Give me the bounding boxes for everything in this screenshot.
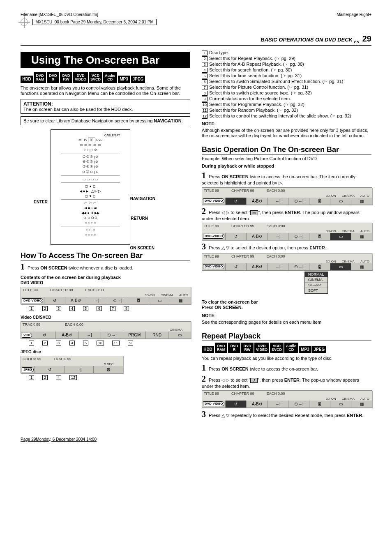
intro-text: The on-screen bar allows you to control … <box>21 85 190 97</box>
badge-jpeg: JPEG <box>312 346 327 353</box>
ref-item: 3Select this for A-B Repeat Playback. (☞… <box>202 62 371 67</box>
dropdown-option[interactable]: NORMAL <box>305 272 327 277</box>
legend-vcd: 1234510119 <box>29 341 190 345</box>
note1-text: Although examples of the on-screen bar a… <box>202 128 371 139</box>
picture-dropdown: NORMALCINEMASHARPSOFT <box>304 272 328 294</box>
badge-dvd-ram: DVDRAM <box>215 343 227 353</box>
legend-num: 10 <box>97 341 104 345</box>
page-title: Using The On-screen Bar <box>21 52 190 68</box>
ref-item: 2Select this for Repeat Playback. (☞ pg.… <box>202 56 371 61</box>
ref-item: 1Disc type. <box>202 50 371 55</box>
legend-num: 8 <box>124 306 129 311</box>
badge-dvd-video: DVDVIDEO <box>254 343 269 353</box>
legend-num: 2 <box>42 341 48 345</box>
basicop-during: During playback or while stopped <box>202 164 371 169</box>
osbar-rp: TITLE 99CHAPTER 99EACH 0:003D-ONCINEMAAU… <box>202 390 372 408</box>
osbar-jpeg: GROUP 99TRACK 995 SEC.JPEG↺→|🖼 <box>21 356 123 373</box>
legend-num: 1 <box>29 306 34 311</box>
badge-dvd-ram: DVDRAM <box>34 72 46 83</box>
repeat-icon: ↺ <box>250 378 258 383</box>
contents-title: Contents of the on-screen bar during pla… <box>21 275 190 280</box>
legend-num: 2 <box>42 306 48 311</box>
badge-audio-cd: AudioCD <box>284 343 298 353</box>
tip-pre: Be sure to clear Library Database Naviga… <box>23 118 154 123</box>
ref-item: 11Select this for Random Playback. (☞ pg… <box>202 108 371 113</box>
note2-title: NOTE: <box>202 313 371 318</box>
legend-num: 4 <box>69 341 75 345</box>
legend-num: 4 <box>69 306 75 311</box>
dropdown-option[interactable]: SOFT <box>305 288 327 293</box>
attention-box: ATTENTION: The on-screen bar can also be… <box>21 99 190 114</box>
note2-text: See the corresponding pages for details … <box>202 320 371 325</box>
remote-cable-label: CABLE/SAT <box>53 134 127 137</box>
basicop-title: Basic Operation On The On-screen Bar <box>202 145 371 154</box>
attention-title: ATTENTION: <box>23 101 187 107</box>
badge-jpeg: JPEG <box>131 76 145 83</box>
legend-num: 4 <box>56 375 61 380</box>
basicop-example: Example: When selecting Picture Control … <box>202 156 371 162</box>
jpeg-label: JPEG disc <box>21 350 190 354</box>
reference-list: 1Disc type.2Select this for Repeat Playb… <box>202 50 371 119</box>
repeat-badges: HDDDVDRAMDVDRDVDRWDVDVIDEOVCDSVCDAudioCD… <box>202 343 371 353</box>
legend-jpeg: 12412 <box>29 375 190 380</box>
repeat-title: Repeat Playback <box>202 332 371 341</box>
legend-num: 3 <box>56 341 61 345</box>
page-number: 29 <box>362 34 371 43</box>
crop-mark-icon <box>21 18 28 26</box>
howto-title: How To Access The On-screen Bar <box>21 251 190 260</box>
vcd-label: Video CD/SVCD <box>21 315 190 320</box>
ref-item: 12Select this to control the switching i… <box>202 113 371 119</box>
osbar-dvd: TITLE 99CHAPTER 99EACH 0:003D-ONCINEMAAU… <box>21 287 191 304</box>
ref-item: 7Select this for Picture Control functio… <box>202 85 371 90</box>
basicop-step1: 1 Press ON SCREEN twice to access the on… <box>202 171 371 186</box>
ref-item: 4Select this for search function. (☞ pg.… <box>202 67 371 73</box>
ref-item: 5Select this for time search function. (… <box>202 73 371 78</box>
legend-num: 9 <box>128 341 133 345</box>
format-badges: HDDDVDRAMDVDRDVDRWDVDVIDEOVCDSVCDAudioCD… <box>21 72 190 83</box>
footer: Page 29Monday, 6 December 2004 14:00 <box>21 437 371 442</box>
basicop-step3: 3 Press △ ▽ to select the desired option… <box>202 242 371 251</box>
callout-onscreen: ON SCREEN <box>130 246 154 250</box>
tip-box: Be sure to clear Library Database Naviga… <box>21 116 190 125</box>
filename: Filename [MX1SEU_06DVD Operation.fm] <box>21 12 98 17</box>
dropdown-option[interactable]: CINEMA <box>305 277 327 283</box>
badge-mp3: MP3 <box>299 346 311 353</box>
legend-num: 11 <box>112 341 120 345</box>
callout-return: RETURN <box>131 216 148 221</box>
tip-bold: NAVIGATION <box>154 118 181 123</box>
tip-post: . <box>182 118 183 123</box>
badge-vcd-svcd: VCDSVCD <box>270 343 284 353</box>
right-column: 1Disc type.2Select this for Repeat Playb… <box>202 50 371 421</box>
remote-diagram: CABLE/SAT ▭ TV ▯▯ DVD ▭ ▭ ▭ ▭ ▭ ○ ○ | ○ … <box>51 129 130 245</box>
badge-dvd-r: DVDR <box>228 343 240 353</box>
badge-vcd-svcd: VCDSVCD <box>89 72 102 83</box>
repeat-step2: 2 Press ◁ ▷ to select "↺", then press EN… <box>202 374 371 389</box>
dropdown-option[interactable]: SHARP <box>305 283 327 288</box>
basicop-step2: 2 Press ◁ ▷ to select "▭", then press EN… <box>202 207 371 221</box>
legend-num: 12 <box>69 375 77 380</box>
bookline-row: MX1SEU_00.book Page 29 Monday, December … <box>21 18 371 26</box>
legend-num: 3 <box>56 306 61 311</box>
osbar-vcd: TRACK 99EACH 0:00CINEMAVCD↺A-B↺→|⏲→|PRGM… <box>21 321 191 339</box>
clear-title: To clear the on-screen bar <box>202 299 258 304</box>
legend-num: 5 <box>83 306 88 311</box>
callout-navigation: NAVIGATION <box>130 196 155 201</box>
left-column: Using The On-screen Bar HDDDVDRAMDVDRDVD… <box>21 50 190 421</box>
osbar-bo1: TITLE 99CHAPTER 99EACH 0:003D-ONCINEMAAU… <box>202 187 372 205</box>
badge-hdd: HDD <box>21 76 33 83</box>
ref-item: 6Select this to switch Simulated Surroun… <box>202 79 371 84</box>
legend-num: 1 <box>29 375 34 380</box>
badge-dvd-rw: DVDRW <box>241 343 254 353</box>
badge-dvd-r: DVDR <box>47 72 59 83</box>
howto-step1: 1 Press ON SCREEN twice whenever a disc … <box>21 262 190 272</box>
repeat-step3: 3 Press △ ▽ repeatedly to select the des… <box>202 410 371 419</box>
top-meta: Filename [MX1SEU_06DVD Operation.fm] Mas… <box>21 12 371 17</box>
legend-num: 1 <box>29 341 34 345</box>
legend-dvd: 12345678 <box>29 306 190 311</box>
legend-num: 5 <box>83 341 88 345</box>
ref-item: 9Current status area for the selected it… <box>202 96 371 101</box>
legend-num: 7 <box>110 306 115 311</box>
osbar-bo3: TITLE 99CHAPTER 99EACH 0:003D-ONCINEMAAU… <box>202 253 372 271</box>
bookline: MX1SEU_00.book Page 29 Monday, December … <box>32 19 157 25</box>
attention-text: The on-screen bar can also be used for t… <box>23 107 187 112</box>
